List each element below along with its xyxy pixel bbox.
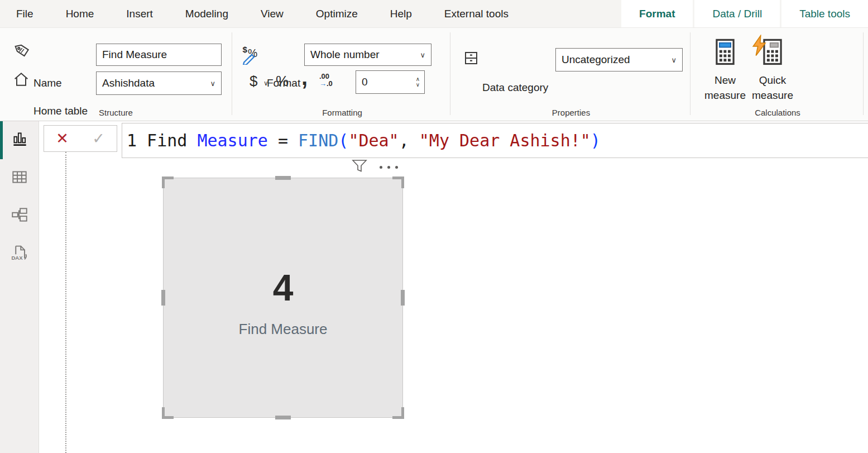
- tab-format[interactable]: Format: [621, 0, 693, 27]
- resize-handle-bottom-left[interactable]: [162, 407, 174, 419]
- data-category-icon: [462, 49, 480, 69]
- calculator-icon: [711, 37, 740, 70]
- formula-token: =: [268, 131, 298, 150]
- thousands-separator-button[interactable]: ,: [301, 65, 308, 90]
- tab-file[interactable]: File: [0, 0, 50, 27]
- commit-formula-icon[interactable]: ✓: [92, 130, 105, 147]
- format-currency-icon: $ %: [242, 44, 262, 67]
- powerbi-window: File Home Insert Modeling View Optimize …: [0, 0, 868, 453]
- resize-handle-top[interactable]: [275, 176, 291, 180]
- table-view-icon: [10, 168, 29, 189]
- currency-format-button[interactable]: $: [250, 73, 257, 90]
- group-divider: [863, 32, 864, 115]
- data-category-dropdown[interactable]: Uncategorized ∨: [555, 48, 683, 71]
- cancel-formula-icon[interactable]: ✕: [56, 130, 69, 147]
- ribbon-tab-bar: File Home Insert Modeling View Optimize …: [0, 0, 868, 28]
- format-dropdown[interactable]: Whole number ∨: [304, 44, 431, 66]
- home-icon: [12, 70, 30, 90]
- format-value: Whole number: [310, 49, 380, 61]
- sidebar-item-table-view[interactable]: [0, 159, 39, 197]
- view-sidebar: DAX: [0, 121, 39, 453]
- tab-help[interactable]: Help: [374, 0, 428, 27]
- formula-token: ,: [399, 131, 419, 150]
- tab-insert[interactable]: Insert: [110, 0, 169, 27]
- model-view-icon: [10, 206, 29, 227]
- tab-data-drill[interactable]: Data / Drill: [694, 0, 780, 27]
- currency-chevron-icon[interactable]: ∨: [263, 79, 268, 87]
- measure-name-value: Find Measure: [102, 49, 167, 61]
- resize-handle-top-left[interactable]: [162, 177, 174, 188]
- dax-query-icon: DAX: [9, 243, 30, 265]
- visual-header: [352, 159, 407, 175]
- report-view-icon: [10, 130, 29, 151]
- group-divider: [232, 32, 232, 115]
- contextual-tabs: Format Data / Drill Table tools: [620, 0, 868, 27]
- card-label: Find Measure: [164, 321, 402, 338]
- data-category-value: Uncategorized: [562, 54, 630, 66]
- quick-measure-button[interactable]: Quick measure: [747, 36, 798, 114]
- sidebar-item-model-view[interactable]: [0, 197, 39, 235]
- formula-line-number: 1: [127, 131, 137, 150]
- measure-name-input[interactable]: Find Measure: [96, 44, 222, 66]
- calculations-group-label: Calculations: [692, 108, 863, 117]
- tag-icon: [13, 41, 31, 61]
- chevron-down-icon: ∨: [420, 51, 425, 59]
- tab-external-tools[interactable]: External tools: [428, 0, 525, 27]
- chevron-down-icon: ∨: [671, 56, 677, 64]
- formula-token: "My Dear Ashish!": [419, 131, 591, 150]
- report-canvas: ✕ ✓ 1 Find Measure = FIND("Dea", "My Dea…: [39, 121, 868, 453]
- sidebar-item-dax-query-view[interactable]: DAX: [0, 235, 39, 273]
- decimal-places-spinner[interactable]: 0 ∧ ∨: [356, 70, 425, 94]
- formula-commit-bar: ✕ ✓: [44, 125, 117, 152]
- spinner-buttons[interactable]: ∧ ∨: [416, 77, 424, 88]
- card-visual[interactable]: 4 Find Measure: [163, 178, 403, 418]
- tab-table-tools[interactable]: Table tools: [781, 0, 868, 27]
- properties-group-label: Properties: [452, 108, 690, 117]
- home-table-dropdown[interactable]: Ashishdata ∨: [96, 71, 222, 95]
- ribbon: Name Find Measure Home table Ashishdata …: [0, 28, 868, 121]
- percent-format-button[interactable]: %: [276, 73, 289, 90]
- lightning-icon: [750, 35, 769, 59]
- dax-formula-input[interactable]: 1 Find Measure = FIND("Dea", "My Dear As…: [122, 123, 868, 158]
- resize-handle-bottom-right[interactable]: [392, 407, 404, 419]
- tab-optimize[interactable]: Optimize: [300, 0, 374, 27]
- tab-view[interactable]: View: [244, 0, 300, 27]
- formula-token: FIND: [298, 131, 338, 150]
- quick-measure-label: Quick measure: [747, 73, 798, 103]
- svg-text:DAX: DAX: [11, 255, 23, 261]
- page-boundary-dotted-line: [65, 152, 66, 453]
- home-table-value: Ashishdata: [102, 77, 155, 89]
- svg-text:$: $: [242, 45, 247, 54]
- spinner-down-icon[interactable]: ∨: [416, 82, 420, 88]
- resize-handle-bottom[interactable]: [275, 416, 291, 419]
- card-value: 4: [164, 266, 402, 309]
- formula-token: ): [591, 131, 601, 150]
- structure-group-label: Structure: [0, 108, 232, 117]
- formatting-group-label: Formatting: [234, 108, 450, 117]
- chevron-down-icon: ∨: [210, 79, 215, 88]
- group-divider: [690, 32, 690, 115]
- resize-handle-top-right[interactable]: [392, 177, 404, 188]
- decimal-places-value: 0: [362, 76, 368, 88]
- tab-modeling[interactable]: Modeling: [169, 0, 244, 27]
- name-label: Name: [33, 77, 62, 89]
- formula-token: Find: [137, 131, 197, 150]
- data-category-label: Data category: [482, 82, 548, 94]
- resize-handle-left[interactable]: [161, 290, 165, 306]
- formula-token: "Dea": [348, 131, 399, 150]
- new-measure-button[interactable]: New measure: [699, 36, 751, 114]
- resize-handle-right[interactable]: [401, 290, 405, 306]
- decimal-places-icon[interactable]: .00→.0: [319, 73, 333, 87]
- group-divider: [450, 32, 450, 115]
- formula-token: Measure: [197, 131, 267, 150]
- new-measure-label: New measure: [699, 73, 751, 103]
- formula-token: (: [338, 131, 348, 150]
- tab-home[interactable]: Home: [50, 0, 111, 27]
- filter-icon[interactable]: [352, 159, 367, 175]
- sidebar-item-report-view[interactable]: [0, 121, 39, 159]
- more-options-icon[interactable]: [380, 166, 398, 169]
